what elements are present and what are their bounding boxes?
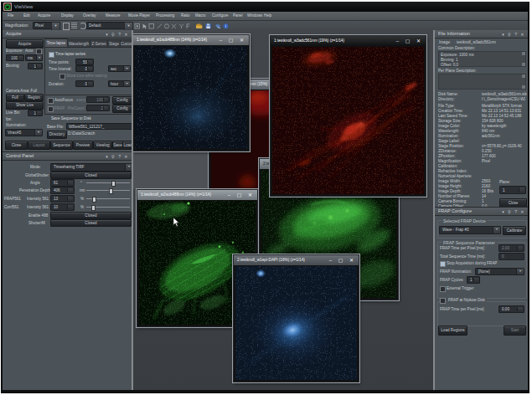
svg-text:i: i: [225, 23, 226, 28]
